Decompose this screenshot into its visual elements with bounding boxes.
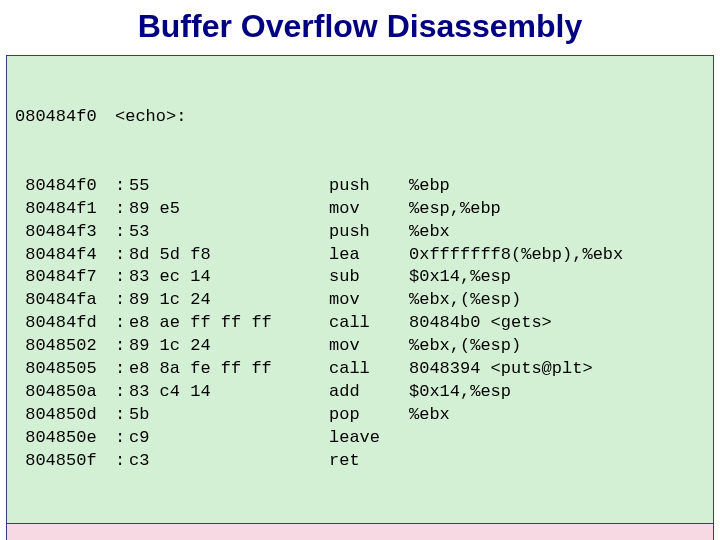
bytes: 5b [129,404,329,427]
colon: : [115,221,129,244]
bytes: c3 [129,450,329,473]
mnemonic: call [329,312,409,335]
bytes: 89 e5 [129,198,329,221]
addr: 80484fa [15,289,115,312]
bytes: e8 8a fe ff ff [129,358,329,381]
asm-line: 80484f1:89 e5mov%esp,%ebp [15,198,705,221]
asm-line: 804850a:83 c4 14add$0x14,%esp [15,381,705,404]
echo-block: 080484f0 <echo>: 80484f0:55push%ebp 8048… [7,56,713,524]
addr: 8048502 [15,335,115,358]
asm-line: 80484fa:89 1c 24mov%ebx,(%esp) [15,289,705,312]
operands [409,450,705,473]
caller-block: 80485f2:e8 f9 fe ff ffcall80484f0 <echo>… [7,524,713,540]
colon: : [115,404,129,427]
colon: : [115,381,129,404]
colon: : [115,266,129,289]
addr: 80484f4 [15,244,115,267]
bytes: 8d 5d f8 [129,244,329,267]
mnemonic: lea [329,244,409,267]
colon: : [115,289,129,312]
bytes: 55 [129,175,329,198]
asm-line: 80484f4:8d 5d f8lea0xfffffff8(%ebp),%ebx [15,244,705,267]
asm-line: 8048505:e8 8a fe ff ffcall8048394 <puts@… [15,358,705,381]
operands: $0x14,%esp [409,381,705,404]
page-title: Buffer Overflow Disassembly [0,0,720,55]
asm-line: 804850f:c3ret [15,450,705,473]
operands: %ebx [409,404,705,427]
colon: : [115,427,129,450]
operands: 8048394 <puts@plt> [409,358,705,381]
addr: 804850d [15,404,115,427]
operands: 0xfffffff8(%ebp),%ebx [409,244,705,267]
mnemonic: add [329,381,409,404]
header-addr: 080484f0 [15,106,115,129]
bytes: 53 [129,221,329,244]
asm-line: 804850e:c9leave [15,427,705,450]
colon: : [115,198,129,221]
asm-line: 80484f0:55push%ebp [15,175,705,198]
addr: 8048505 [15,358,115,381]
asm-line: 80484f7:83 ec 14sub$0x14,%esp [15,266,705,289]
addr: 80484f7 [15,266,115,289]
operands: %ebp [409,175,705,198]
operands: %esp,%ebp [409,198,705,221]
colon: : [115,358,129,381]
colon: : [115,175,129,198]
addr: 804850f [15,450,115,473]
colon: : [115,312,129,335]
code-container: 080484f0 <echo>: 80484f0:55push%ebp 8048… [6,55,714,540]
mnemonic: push [329,175,409,198]
addr: 80484f3 [15,221,115,244]
colon: : [115,450,129,473]
mnemonic: leave [329,427,409,450]
addr: 80484fd [15,312,115,335]
colon: : [115,244,129,267]
mnemonic: sub [329,266,409,289]
bytes: e8 ae ff ff ff [129,312,329,335]
addr: 804850a [15,381,115,404]
mnemonic: call [329,358,409,381]
mnemonic: pop [329,404,409,427]
asm-line: 80484f3:53push%ebx [15,221,705,244]
header-label: <echo>: [115,106,186,129]
colon: : [115,335,129,358]
bytes: 89 1c 24 [129,289,329,312]
mnemonic: ret [329,450,409,473]
bytes: c9 [129,427,329,450]
addr: 804850e [15,427,115,450]
asm-line: 8048502:89 1c 24mov%ebx,(%esp) [15,335,705,358]
addr: 80484f1 [15,198,115,221]
mnemonic: mov [329,198,409,221]
operands: %ebx,(%esp) [409,289,705,312]
operands: %ebx,(%esp) [409,335,705,358]
operands: $0x14,%esp [409,266,705,289]
bytes: 83 c4 14 [129,381,329,404]
mnemonic: mov [329,335,409,358]
operands [409,427,705,450]
asm-line: 80484fd:e8 ae ff ff ffcall80484b0 <gets> [15,312,705,335]
mnemonic: mov [329,289,409,312]
bytes: 83 ec 14 [129,266,329,289]
addr: 80484f0 [15,175,115,198]
operands: 80484b0 <gets> [409,312,705,335]
mnemonic: push [329,221,409,244]
func-header: 080484f0 <echo>: [15,106,705,129]
asm-line: 804850d:5bpop%ebx [15,404,705,427]
operands: %ebx [409,221,705,244]
bytes: 89 1c 24 [129,335,329,358]
